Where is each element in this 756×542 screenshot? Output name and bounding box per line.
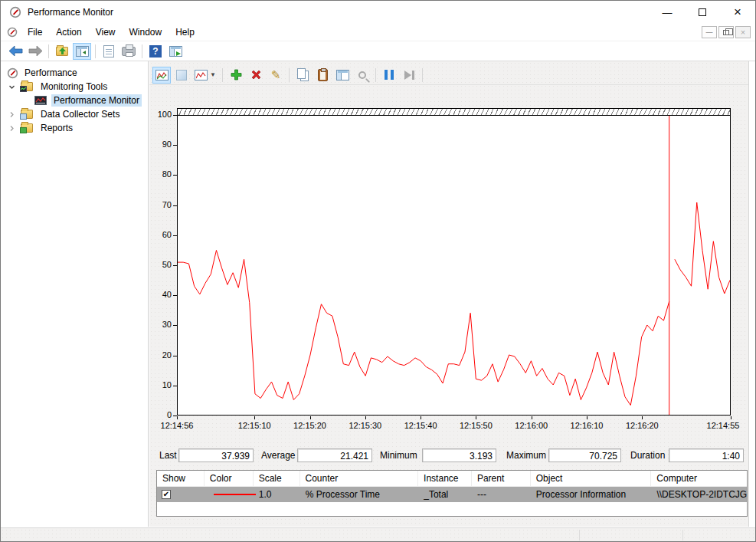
performance-monitor-window: Performance Monitor — × File Action View… — [0, 0, 756, 542]
highlight-button[interactable]: ✎ — [267, 67, 285, 84]
x-tick-mark — [421, 416, 421, 419]
zoom-button[interactable] — [353, 67, 371, 84]
add-counter-button[interactable] — [227, 67, 245, 84]
y-tick-label: 90 — [150, 140, 172, 149]
update-data-button[interactable] — [400, 67, 418, 84]
menu-file[interactable]: File — [21, 25, 49, 40]
tree-item-label: Reports — [38, 122, 75, 134]
x-tick-mark — [731, 416, 731, 419]
last-value: 37.939 — [178, 448, 254, 462]
show-checkbox[interactable]: ✔ — [162, 490, 171, 499]
properties-sheet-icon — [103, 45, 114, 57]
paste-counter-list-button[interactable] — [313, 67, 332, 84]
up-level-button[interactable] — [53, 43, 71, 60]
column-header-instance[interactable]: Instance — [418, 471, 472, 486]
toolbar-separator — [48, 44, 49, 58]
menu-window[interactable]: Window — [123, 25, 169, 40]
show-hide-console-tree-button[interactable] — [73, 43, 91, 60]
chart-properties-button[interactable] — [333, 67, 352, 84]
time-bar-hatch — [178, 109, 730, 116]
x-tick-mark — [642, 416, 643, 419]
help-button[interactable]: ? — [146, 43, 165, 60]
counter-row[interactable]: ✔ 1.0 % Processor Time _Total --- Proces… — [157, 487, 747, 502]
forward-arrow-icon — [28, 45, 43, 57]
maximize-button[interactable] — [685, 1, 720, 24]
average-value: 21.421 — [297, 448, 372, 462]
tree-item-reports[interactable]: Reports — [1, 121, 148, 135]
show-hide-action-pane-button[interactable] — [166, 43, 185, 60]
column-header-object[interactable]: Object — [531, 471, 652, 486]
column-header-scale[interactable]: Scale — [254, 471, 300, 486]
close-button[interactable]: × — [720, 1, 755, 24]
mdi-minimize-button[interactable]: — — [702, 26, 717, 38]
mdi-close-button[interactable]: × — [735, 26, 751, 38]
change-graph-type-button[interactable]: ▼ — [192, 67, 218, 84]
print-button[interactable] — [119, 43, 138, 60]
minimum-value: 3.193 — [422, 448, 496, 462]
chevron-collapsed-icon[interactable] — [8, 111, 21, 118]
column-header-parent[interactable]: Parent — [472, 471, 531, 486]
x-tick-label: 12:14:56 — [152, 421, 201, 430]
stats-row: Last 37.939 Average 21.421 Minimum 3.193… — [149, 448, 749, 463]
y-tick-label: 10 — [150, 380, 172, 389]
copy-icon — [297, 68, 306, 79]
line-chart-icon — [155, 70, 169, 80]
series-line — [675, 202, 730, 294]
tree-item-label: Data Collector Sets — [38, 108, 122, 120]
toolbar-separator — [142, 44, 142, 58]
y-tick-label: 60 — [150, 230, 172, 239]
forward-button[interactable] — [26, 43, 44, 60]
average-label: Average — [261, 450, 297, 461]
x-tick-label: 12:16:10 — [562, 421, 611, 430]
statusbar-separator — [682, 530, 683, 540]
tree-item-performance-monitor[interactable]: Performance Monitor — [1, 94, 148, 107]
y-tick-label: 80 — [150, 169, 172, 179]
color-swatch — [214, 494, 256, 495]
maximum-value: 70.725 — [548, 448, 621, 462]
back-arrow-icon — [8, 45, 23, 57]
properties-button[interactable] — [100, 43, 118, 60]
column-header-computer[interactable]: Computer — [651, 471, 747, 486]
tree-item-data-collector-sets[interactable]: Data Collector Sets — [1, 107, 148, 121]
counter-legend-table: Show Color Scale Counter Instance Parent… — [156, 470, 748, 517]
tree-item-monitoring-tools[interactable]: Monitoring Tools — [1, 80, 148, 94]
y-tick-label: 40 — [150, 290, 172, 299]
scale-cell: 1.0 — [254, 489, 300, 500]
maximize-icon — [699, 8, 706, 16]
x-tick-label: 12:15:30 — [341, 421, 390, 430]
column-header-counter[interactable]: Counter — [300, 471, 419, 486]
column-header-color[interactable]: Color — [205, 471, 254, 486]
x-tick-mark — [254, 416, 255, 419]
chevron-expanded-icon[interactable] — [8, 84, 21, 90]
pause-icon — [385, 70, 394, 80]
minimize-button[interactable]: — — [650, 1, 685, 24]
tree-item-label: Monitoring Tools — [38, 80, 110, 93]
mdi-restore-button[interactable] — [718, 26, 734, 38]
monitor-overlay-icon — [20, 86, 27, 92]
copy-properties-button[interactable] — [293, 67, 312, 84]
menu-action[interactable]: Action — [49, 25, 88, 40]
x-tick-label: 12:14:55 — [699, 421, 748, 430]
delete-counter-button[interactable] — [247, 67, 265, 84]
show-cell: ✔ — [157, 490, 205, 499]
plot-area[interactable] — [177, 108, 731, 416]
chevron-collapsed-icon[interactable] — [8, 125, 21, 132]
window-title: Performance Monitor — [28, 7, 113, 18]
action-pane-icon — [169, 46, 182, 57]
graph-type-icon — [195, 70, 208, 80]
chart-canvas — [178, 109, 730, 415]
x-tick-label: 12:15:20 — [286, 421, 335, 430]
properties-window-icon — [336, 70, 349, 80]
last-label: Last — [159, 450, 178, 461]
freeze-display-button[interactable] — [380, 67, 398, 84]
back-button[interactable] — [6, 43, 25, 60]
view-log-data-button[interactable] — [172, 67, 191, 84]
column-header-show[interactable]: Show — [157, 471, 205, 486]
help-icon: ? — [149, 45, 162, 57]
menu-view[interactable]: View — [89, 25, 123, 40]
menu-help[interactable]: Help — [169, 25, 201, 40]
view-current-activity-button[interactable] — [152, 67, 171, 84]
tree-item-performance[interactable]: Performance — [1, 66, 148, 80]
menu-bar: File Action View Window Help — × — [1, 24, 755, 41]
statusbar-separator — [579, 530, 580, 540]
